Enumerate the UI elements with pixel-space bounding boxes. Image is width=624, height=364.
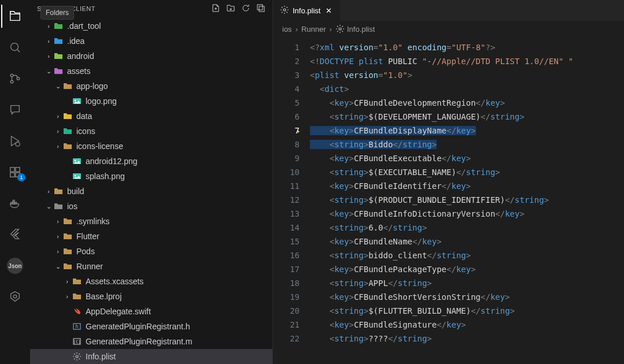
line-number: 15	[273, 235, 300, 248]
tree-item[interactable]: AppDelegate.swift	[30, 304, 272, 319]
tree-item[interactable]: Info.plist	[30, 349, 272, 364]
tree-item[interactable]: ›.dart_tool	[30, 18, 272, 34]
code-line[interactable]: <key>CFBundleExecutable</key>	[310, 151, 624, 165]
tree-item[interactable]: ⌄Runner	[30, 259, 272, 274]
breadcrumbs[interactable]: ios›Runner›Info.plist	[273, 21, 624, 37]
new-file-icon[interactable]	[211, 3, 220, 14]
code-line[interactable]: <string>Biddo</string>	[310, 138, 624, 151]
search-icon[interactable]	[1, 36, 29, 59]
svg-text:[C]: [C]	[73, 340, 81, 344]
code-line[interactable]: <key>CFBundlePackageType</key>	[310, 262, 624, 276]
svg-point-2	[10, 80, 13, 83]
svg-point-13	[13, 295, 17, 298]
collapse-icon[interactable]	[256, 3, 265, 14]
img-icon	[72, 157, 82, 166]
docker-icon[interactable]	[1, 192, 29, 215]
code-line[interactable]: <string>????</string>	[310, 332, 624, 346]
new-folder-icon[interactable]	[226, 3, 235, 14]
kubernetes-icon[interactable]	[1, 285, 29, 309]
tree-item[interactable]: splash.png	[30, 169, 272, 184]
code-line[interactable]: <key>CFBundleShortVersionString</key>	[310, 290, 624, 304]
breadcrumb-item[interactable]: Runner	[301, 25, 326, 34]
code-line[interactable]: <string>biddo_client</string>	[310, 248, 624, 262]
tree-item[interactable]: ›build	[30, 184, 272, 199]
tree-item[interactable]: ›.idea	[30, 34, 272, 49]
code-line[interactable]: <key>CFBundleDevelopmentRegion</key>	[310, 96, 624, 110]
code-line[interactable]: <!DOCTYPE plist PUBLIC "-//Apple//DTD PL…	[310, 54, 624, 68]
img-icon	[72, 96, 82, 106]
extensions-icon[interactable]: 1	[1, 161, 29, 184]
svg-point-28	[339, 28, 341, 30]
tree-label: data	[76, 112, 92, 121]
tree-item[interactable]: ›android	[30, 49, 272, 64]
folder-lime-icon	[53, 51, 64, 61]
breadcrumb-item[interactable]: ios	[282, 25, 292, 34]
folder-icon	[62, 81, 73, 91]
chevron-right-icon: ›	[296, 25, 298, 34]
tree-item[interactable]: logo.png	[30, 94, 272, 109]
tab-info-plist[interactable]: Info.plist ✕	[273, 0, 341, 21]
close-icon[interactable]: ✕	[324, 6, 333, 15]
tree-item[interactable]: [C]GeneratedPluginRegistrant.m	[30, 334, 272, 349]
tree-item[interactable]: ⌄assets	[30, 64, 272, 79]
tree-item[interactable]: ›Base.lproj	[30, 289, 272, 304]
code-line[interactable]: <string>$(EXECUTABLE_NAME)</string>	[310, 165, 624, 179]
code-line[interactable]: <string>6.0</string>	[310, 221, 624, 235]
svg-rect-6	[10, 173, 14, 177]
code-line[interactable]: <key>CFBundleDisplayName</key>✦	[310, 124, 624, 138]
tree-label: GeneratedPluginRegistrant.h	[86, 322, 190, 331]
flutter-icon[interactable]	[1, 223, 29, 246]
folder-icon	[62, 232, 73, 241]
code-line[interactable]: <key>CFBundleIdentifier</key>	[310, 179, 624, 193]
folder-icon	[62, 142, 73, 151]
chat-icon[interactable]	[1, 98, 29, 121]
sidebar: Folders S: BIDDO_CLIENT ›.dart_tool›.ide…	[30, 0, 273, 364]
code-line[interactable]: <key>CFBundleSignature</key>	[310, 318, 624, 332]
svg-text:h: h	[76, 324, 79, 329]
code-line[interactable]: <dict>	[310, 82, 624, 96]
code-line[interactable]: <plist version="1.0">	[310, 68, 624, 82]
svg-rect-8	[16, 168, 20, 172]
activity-bar: 1 Json	[0, 0, 30, 364]
code-line[interactable]: <string>$(PRODUCT_BUNDLE_IDENTIFIER)</st…	[310, 193, 624, 207]
code-line[interactable]: <key>CFBundleName</key>	[310, 235, 624, 248]
tree-item[interactable]: ›data	[30, 109, 272, 124]
chevron-icon: ⌄	[44, 68, 53, 75]
tree-item[interactable]: ›Pods	[30, 244, 272, 259]
tree-label: android12.png	[86, 157, 138, 166]
folder-pink-icon	[53, 66, 64, 76]
source-control-icon[interactable]	[1, 67, 29, 90]
code-line[interactable]: <?xml version="1.0" encoding="UTF-8"?>	[310, 40, 624, 54]
code-line[interactable]: <string>APPL</string>	[310, 276, 624, 290]
chevron-icon: ⌄	[44, 203, 53, 210]
gear-icon	[335, 24, 345, 34]
tree-item[interactable]: hGeneratedPluginRegistrant.h	[30, 319, 272, 334]
svg-point-3	[17, 77, 20, 80]
code-area[interactable]: 12345678910111213141516171819202122 <?xm…	[273, 37, 624, 364]
tree-item[interactable]: ⌄ios	[30, 199, 272, 214]
code-line[interactable]: <key>CFBundleInfoDictionaryVersion</key>	[310, 207, 624, 221]
chevron-right-icon: ›	[330, 25, 332, 34]
tooltip: Folders	[40, 6, 74, 20]
tree-item[interactable]: ›.symlinks	[30, 214, 272, 229]
tree-item[interactable]: ›icons	[30, 124, 272, 139]
tree-item[interactable]: android12.png	[30, 154, 272, 169]
tree-item[interactable]: ›Assets.xcassets	[30, 274, 272, 289]
tree-label: android	[67, 51, 94, 61]
tree-label: Flutter	[76, 232, 99, 241]
code-lines[interactable]: <?xml version="1.0" encoding="UTF-8"?><!…	[308, 37, 624, 364]
explorer-icon[interactable]	[1, 5, 29, 28]
breadcrumb-item[interactable]: Info.plist	[347, 25, 375, 34]
tree-item[interactable]: ›icons-license	[30, 139, 272, 154]
folder-icon	[72, 277, 82, 286]
tab-bar: Info.plist ✕	[273, 0, 624, 21]
refresh-icon[interactable]	[241, 3, 250, 14]
folder-green-icon	[53, 21, 64, 31]
json-icon[interactable]: Json	[1, 254, 29, 277]
tree-item[interactable]: ⌄app-logo	[30, 79, 272, 94]
editor: Info.plist ✕ ios›Runner›Info.plist 12345…	[273, 0, 624, 364]
code-line[interactable]: <string>$(FLUTTER_BUILD_NAME)</string>	[310, 304, 624, 318]
code-line[interactable]: <string>$(DEVELOPMENT_LANGUAGE)</string>	[310, 110, 624, 124]
tree-item[interactable]: ›Flutter	[30, 229, 272, 244]
run-debug-icon[interactable]	[1, 129, 29, 153]
